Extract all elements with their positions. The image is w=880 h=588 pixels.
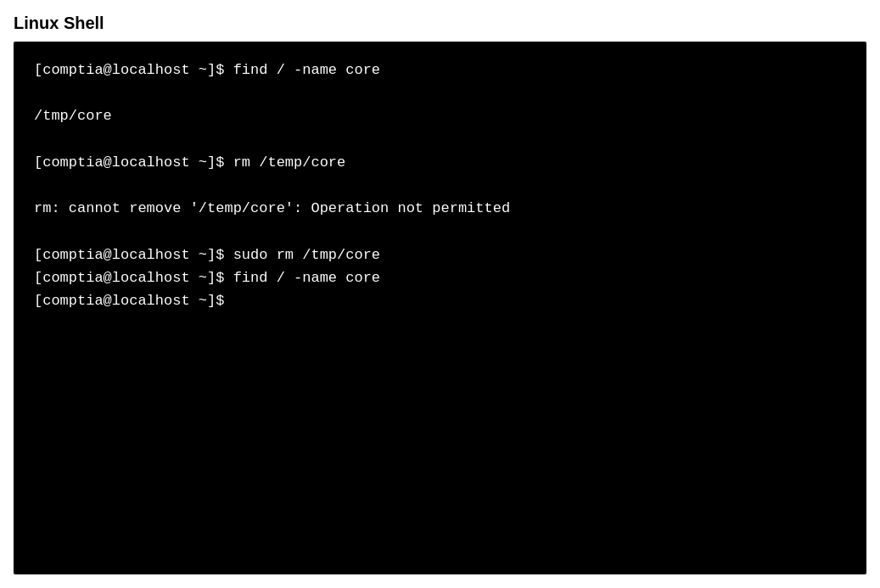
terminal-output: [comptia@localhost ~]$ find / -name core… [34, 59, 846, 312]
terminal-line-7: [comptia@localhost ~]$ [34, 293, 233, 309]
terminal-line-3: [comptia@localhost ~]$ rm /temp/core [34, 154, 345, 171]
terminal-line-1: [comptia@localhost ~]$ find / -name core [34, 62, 380, 78]
terminal-blank-2 [34, 132, 42, 148]
page-title: Linux Shell [14, 14, 866, 33]
terminal-blank-1 [34, 85, 42, 101]
terminal-blank-4 [34, 223, 42, 239]
terminal-line-2: /tmp/core [34, 108, 112, 124]
terminal-line-4: rm: cannot remove '/temp/core': Operatio… [34, 200, 510, 216]
terminal-window: [comptia@localhost ~]$ find / -name core… [14, 42, 866, 574]
terminal-blank-3 [34, 177, 42, 193]
terminal-line-6: [comptia@localhost ~]$ find / -name core [34, 270, 380, 286]
terminal-line-5: [comptia@localhost ~]$ sudo rm /tmp/core [34, 247, 380, 263]
